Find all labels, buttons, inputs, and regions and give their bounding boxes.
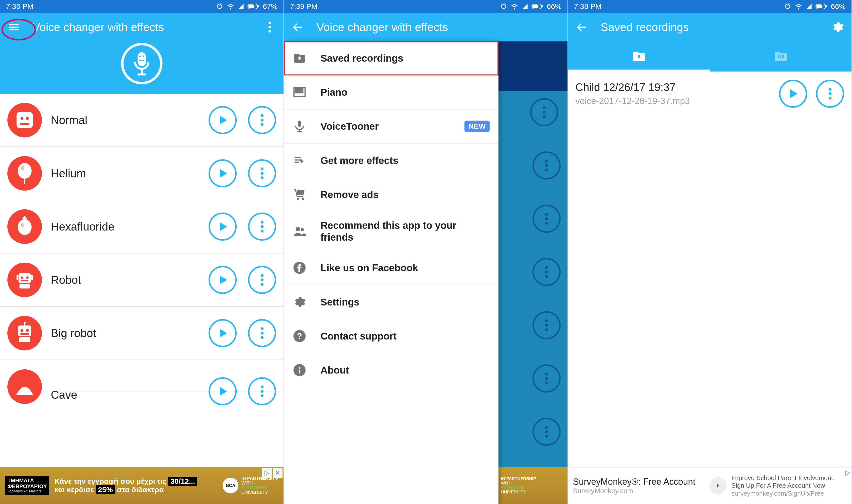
svg-point-5 (269, 30, 271, 33)
svg-rect-75 (298, 56, 301, 60)
drawer-item-about[interactable]: About (284, 353, 498, 387)
more-button[interactable] (248, 377, 276, 406)
ad-banner[interactable]: SurveyMonkey®: Free Account SurveyMonkey… (568, 467, 852, 504)
svg-point-68 (545, 328, 548, 331)
play-button[interactable] (779, 80, 807, 108)
drawer-item-recommend[interactable]: Recommend this app to your friends (284, 212, 498, 251)
drawer-item-settings[interactable]: Settings (284, 285, 498, 319)
svg-rect-2 (258, 5, 259, 7)
play-button[interactable] (209, 106, 237, 134)
playlist-add-icon (293, 154, 306, 167)
back-icon[interactable] (575, 20, 589, 34)
effect-label: Robot (51, 273, 200, 287)
play-button[interactable] (209, 266, 237, 294)
ad-banner[interactable]: ΤΜΗΜΑΤΑ ΦΕΒΡΟΥΑΡΙΟΥ Bachelors και Master… (0, 467, 284, 504)
more-button[interactable] (248, 266, 276, 294)
drawer-item-contact-support[interactable]: ? Contact support (284, 319, 498, 353)
svg-rect-79 (301, 88, 303, 93)
battery-icon (531, 3, 543, 10)
adchoices-icon[interactable]: ▷ (845, 468, 851, 476)
adchoices-icon[interactable]: ▷ (262, 468, 272, 478)
svg-point-100 (829, 97, 832, 100)
drawer-item-label: About (321, 365, 490, 376)
ad-partners: BCA IN PARTNERSHIPWITHPLYMOUTHUNIVERSITY (223, 476, 278, 495)
tab-voice[interactable] (568, 41, 710, 72)
svg-point-60 (545, 213, 548, 216)
more-button[interactable] (816, 80, 844, 108)
more-button[interactable] (248, 159, 276, 187)
svg-rect-94 (638, 55, 640, 58)
drawer-item-get-more-effects[interactable]: Get more effects (284, 144, 498, 178)
svg-point-49 (260, 390, 264, 393)
drawer-item-label: Settings (321, 296, 490, 308)
svg-point-21 (260, 172, 264, 175)
svg-point-67 (545, 324, 548, 327)
svg-rect-32 (19, 284, 30, 288)
svg-point-18 (18, 163, 32, 179)
svg-point-63 (545, 266, 548, 269)
drawer-item-label: Recommend this app to your friends (321, 219, 490, 243)
screen-effects: 7:36 PM 67% Voice changer with effects (0, 0, 284, 504)
effect-row-cave: Cave (0, 360, 284, 392)
svg-point-16 (260, 119, 264, 122)
svg-point-26 (260, 225, 264, 228)
svg-rect-92 (816, 4, 822, 8)
tab-piano[interactable] (710, 41, 852, 72)
status-bar: 7:36 PM 67% (0, 0, 284, 13)
overflow-menu-icon[interactable] (263, 20, 277, 34)
svg-rect-95 (778, 55, 779, 58)
effect-label: Normal (51, 113, 200, 127)
drawer-item-remove-ads[interactable]: Remove ads (284, 178, 498, 212)
effect-cave-icon (7, 370, 42, 404)
effect-row-robot: Robot (0, 253, 284, 307)
play-button[interactable] (209, 377, 237, 406)
microphone-icon (131, 51, 153, 76)
play-button[interactable] (209, 213, 237, 241)
more-button[interactable] (248, 106, 276, 134)
effects-list[interactable]: Normal Helium Hexafluoride Robot (0, 94, 284, 467)
screen-drawer: 7:39 PM 66% Voice changer with effects I… (284, 0, 568, 504)
piano-icon (293, 86, 306, 99)
ad-headline: SurveyMonkey®: Free Account (573, 476, 704, 487)
svg-point-66 (545, 319, 548, 322)
svg-point-72 (545, 426, 548, 429)
ad-close-icon[interactable]: ✕ (273, 468, 283, 478)
svg-rect-42 (19, 337, 30, 342)
play-button[interactable] (209, 319, 237, 347)
svg-rect-52 (532, 4, 539, 8)
record-button[interactable] (121, 43, 162, 84)
app-title: Voice changer with effects (33, 20, 251, 34)
svg-point-30 (26, 276, 29, 279)
status-time: 7:38 PM (574, 2, 784, 11)
svg-point-27 (260, 230, 264, 233)
folder-piano-icon (774, 49, 788, 64)
svg-point-15 (260, 114, 264, 117)
microphone-icon (293, 120, 306, 133)
help-icon: ? (293, 329, 306, 343)
tabs (568, 41, 852, 72)
drawer-item-piano[interactable]: Piano (284, 75, 498, 109)
back-icon[interactable] (291, 20, 305, 34)
ad-body: Improve School Parent Involvement. Sign … (731, 474, 847, 497)
drawer-item-saved-recordings[interactable]: Saved recordings (284, 41, 498, 75)
svg-point-22 (260, 176, 264, 179)
svg-rect-10 (138, 73, 146, 75)
svg-point-83 (295, 227, 300, 231)
svg-point-81 (297, 198, 299, 200)
recordings-list[interactable]: Child 12/26/17 19:37 voice-2017-12-26-19… (568, 72, 852, 467)
drawer-item-label: Saved recordings (321, 53, 490, 64)
drawer-item-voicetooner[interactable]: VoiceTooner NEW (284, 109, 498, 144)
svg-point-56 (543, 115, 546, 118)
app-title: Saved recordings (600, 20, 819, 34)
ad-banner-peek[interactable]: IN PARTNERSHIPWITHPLYMOUTHUNIVERSITY (498, 467, 567, 504)
drawer-item-facebook[interactable]: Like us on Facebook (284, 251, 498, 285)
more-button[interactable] (248, 213, 276, 241)
svg-point-71 (545, 381, 548, 384)
more-button[interactable] (248, 319, 276, 347)
drawer-item-label: Contact support (321, 331, 490, 342)
svg-point-20 (260, 167, 264, 170)
play-button[interactable] (209, 159, 237, 187)
settings-icon[interactable] (831, 20, 845, 34)
folder-mic-icon (632, 49, 646, 64)
hamburger-menu-icon[interactable] (7, 20, 21, 34)
